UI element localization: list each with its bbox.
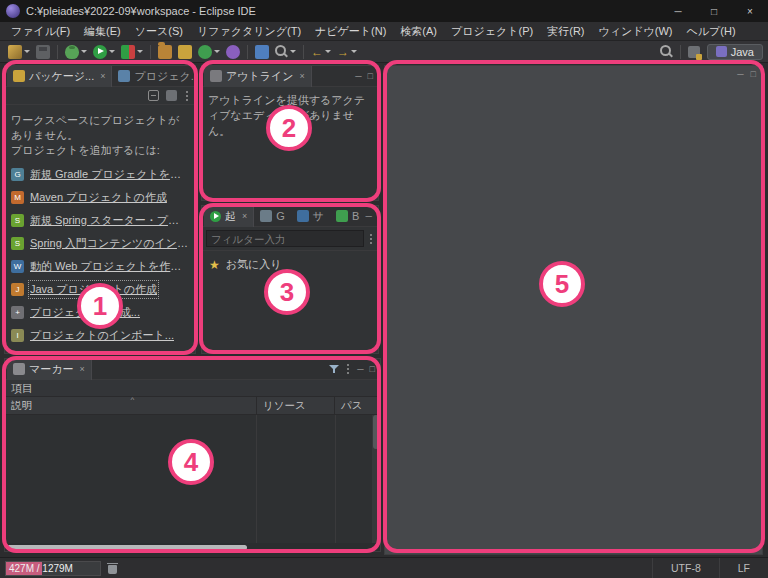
package-explorer-toolbar: [5, 87, 195, 105]
tab-launch-configurations[interactable]: 起 ×: [204, 206, 254, 227]
new-wizard-button[interactable]: [6, 43, 32, 61]
maximize-view-icon[interactable]: □: [751, 69, 756, 79]
menu-item-navigate[interactable]: ナビゲート(N): [308, 24, 393, 39]
outline-tabstrip: アウトライン × ─ □: [202, 66, 378, 87]
tab-servers[interactable]: サ: [291, 206, 330, 227]
view-menu-icon[interactable]: [370, 238, 372, 240]
column-label: リソース: [263, 399, 306, 413]
tab-boot-dashboard[interactable]: B: [330, 206, 365, 227]
encoding-indicator[interactable]: UTF-8: [652, 558, 719, 578]
markers-icon: [13, 363, 25, 375]
scrollbar-thumb[interactable]: [373, 415, 379, 449]
close-window-button[interactable]: ×: [732, 0, 768, 22]
menu-item-search[interactable]: 検索(A): [393, 24, 444, 39]
debug-button[interactable]: [63, 43, 89, 61]
maximize-view-icon[interactable]: □: [370, 364, 375, 374]
menubar: ファイル(F) 編集(E) ソース(S) リファクタリング(T) ナビゲート(N…: [0, 22, 768, 41]
sort-ascending-icon: ^: [131, 395, 135, 404]
new-class-button[interactable]: [196, 43, 222, 61]
open-type-button[interactable]: [253, 43, 271, 61]
link-create-dynamic-web-project[interactable]: W 動的 Web プロジェクトを作成します: [11, 259, 189, 274]
link-new-gradle-project[interactable]: G 新規 Gradle プロジェクトを作成します: [11, 167, 189, 182]
minimize-view-icon[interactable]: ─: [737, 69, 743, 79]
menu-item-window[interactable]: ウィンドウ(W): [592, 24, 680, 39]
tab-package-explorer[interactable]: パッケージ... ×: [7, 66, 112, 87]
package-explorer-icon: [13, 70, 25, 82]
view-menu-icon[interactable]: [347, 368, 349, 370]
eclipse-logo-icon: [6, 4, 20, 18]
package-explorer-tabstrip: パッケージ... × プロジェク... ─ □: [5, 66, 195, 87]
maximize-view-icon[interactable]: □: [368, 71, 373, 81]
titlebar: C:¥pleiades¥2022-09¥workspace - Eclipse …: [0, 0, 768, 22]
collapse-all-icon[interactable]: [148, 90, 159, 101]
save-button[interactable]: [34, 43, 52, 61]
column-path[interactable]: パス: [335, 397, 380, 414]
new-java-project-button[interactable]: [156, 43, 174, 61]
favorites-item[interactable]: ★ お気に入り: [202, 251, 378, 278]
menu-item-file[interactable]: ファイル(F): [4, 24, 77, 39]
open-perspective-icon: [688, 46, 700, 58]
link-with-editor-icon[interactable]: [166, 90, 177, 101]
link-import-spring-getting-started[interactable]: S Spring 入門コンテンツのインポート: [11, 236, 189, 251]
boot-dashboard-icon: [336, 210, 348, 222]
window-controls: ─ □ ×: [660, 0, 768, 22]
workbench-area: パッケージ... × プロジェク... ─ □ ワークスペー: [0, 63, 768, 557]
filter-input[interactable]: [206, 230, 364, 247]
tab-project-explorer[interactable]: プロジェク...: [112, 66, 196, 87]
dropdown-arrow-icon: [24, 50, 30, 53]
vertical-scrollbar[interactable]: [372, 415, 380, 543]
run-button[interactable]: [91, 43, 117, 61]
link-import-projects[interactable]: I プロジェクトのインポート...: [11, 328, 189, 343]
column-description[interactable]: 説明 ^: [5, 397, 257, 414]
minimize-view-icon[interactable]: ─: [355, 71, 361, 81]
tab-markers[interactable]: マーカー ×: [7, 359, 92, 380]
toolbar-separator: [680, 45, 681, 59]
close-tab-icon[interactable]: ×: [80, 364, 85, 374]
link-create-java-project[interactable]: J Java プロジェクトの作成: [11, 282, 189, 297]
minimize-view-icon[interactable]: ─: [365, 211, 371, 221]
menu-item-source[interactable]: ソース(S): [128, 24, 190, 39]
toolbar-separator: [303, 45, 304, 59]
statusbar-right: UTF-8 LF: [652, 558, 768, 578]
scrollbar-thumb[interactable]: [7, 545, 247, 550]
new-package-button[interactable]: [176, 43, 194, 61]
debug-bug-icon: [65, 45, 79, 59]
gradle-icon: G: [11, 168, 24, 181]
link-create-project[interactable]: + プロジェクトの作成...: [11, 305, 189, 320]
view-menu-icon[interactable]: [186, 95, 188, 97]
link-new-spring-starter-project[interactable]: S 新規 Spring スターター・プロジェクトの作成: [11, 213, 189, 228]
maximize-view-icon[interactable]: □: [378, 211, 379, 221]
search-button[interactable]: [273, 43, 298, 61]
tab-label: G: [276, 210, 285, 222]
new-interface-button[interactable]: [224, 43, 242, 61]
run-garbage-collector-button[interactable]: [105, 561, 119, 576]
minimize-window-button[interactable]: ─: [660, 0, 696, 22]
menu-item-refactor[interactable]: リファクタリング(T): [190, 24, 308, 39]
java-perspective-button[interactable]: Java: [707, 44, 763, 60]
back-history-button[interactable]: ←: [309, 43, 333, 61]
column-resource[interactable]: リソース: [257, 397, 335, 414]
open-perspective-button[interactable]: [686, 43, 702, 61]
tab-outline[interactable]: アウトライン ×: [204, 66, 312, 87]
minimize-view-icon[interactable]: ─: [357, 364, 363, 374]
menu-item-help[interactable]: ヘルプ(H): [680, 24, 743, 39]
line-ending-indicator[interactable]: LF: [719, 558, 768, 578]
close-tab-icon[interactable]: ×: [300, 71, 305, 81]
menu-item-run[interactable]: 実行(R): [540, 24, 591, 39]
menu-item-project[interactable]: プロジェクト(P): [444, 24, 540, 39]
close-tab-icon[interactable]: ×: [100, 71, 105, 81]
column-label: パス: [341, 399, 363, 413]
horizontal-scrollbar[interactable]: [5, 543, 380, 551]
dropdown-arrow-icon: [214, 50, 220, 53]
quick-search-button[interactable]: [658, 43, 675, 61]
tab-gradle-tasks[interactable]: G: [254, 206, 291, 227]
link-create-maven-project[interactable]: M Maven プロジェクトの作成: [11, 190, 189, 205]
filter-funnel-icon[interactable]: [329, 364, 339, 374]
close-tab-icon[interactable]: ×: [242, 211, 247, 221]
maximize-window-button[interactable]: □: [696, 0, 732, 22]
forward-history-button[interactable]: →: [335, 43, 359, 61]
coverage-button[interactable]: [119, 43, 145, 61]
menu-item-edit[interactable]: 編集(E): [77, 24, 128, 39]
column-divider: [335, 415, 336, 543]
trash-icon: [108, 563, 117, 574]
